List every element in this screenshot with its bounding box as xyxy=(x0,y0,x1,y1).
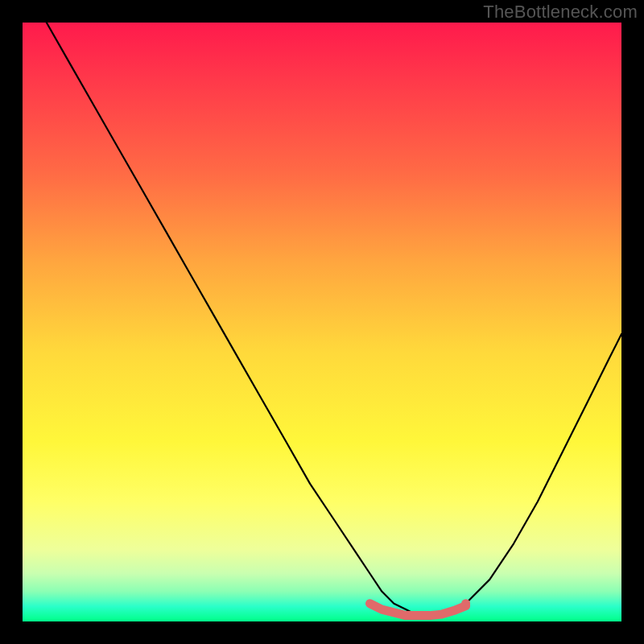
sweet-spot-band-path xyxy=(370,604,466,616)
watermark-text: TheBottleneck.com xyxy=(483,2,638,23)
chart-frame: TheBottleneck.com xyxy=(0,0,644,644)
bottleneck-curve-path xyxy=(47,23,621,616)
curve-layer xyxy=(23,23,621,621)
sweet-spot-dot-marker xyxy=(461,599,470,608)
plot-area xyxy=(23,23,621,621)
